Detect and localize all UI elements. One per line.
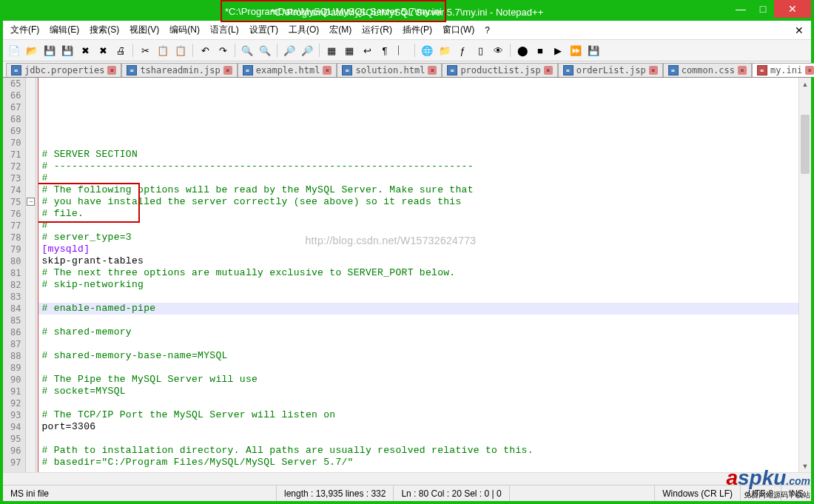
code-line[interactable] xyxy=(38,468,798,472)
code-line[interactable]: # The Pipe the MySQL Server will use xyxy=(38,374,798,386)
code-line[interactable]: # skip-networking xyxy=(38,279,798,291)
titlebar[interactable]: *C:\ProgramData\MySQL\MySQL Server 5.7\m… xyxy=(3,3,811,21)
sync-v-icon[interactable]: ▦ xyxy=(323,42,340,58)
menu-encoding[interactable]: 编码(N) xyxy=(165,22,204,38)
code-area[interactable]: http://blog.csdn.net/W15732624773 # SERV… xyxy=(38,78,798,472)
code-line[interactable] xyxy=(38,397,798,409)
tab-solution-html[interactable]: ≡solution.html× xyxy=(337,63,442,77)
tab-close-icon[interactable]: × xyxy=(738,66,747,75)
tab-my-ini[interactable]: ≡my.ini× xyxy=(752,63,814,77)
menu-run[interactable]: 运行(R) xyxy=(357,22,397,38)
sync-h-icon[interactable]: ▦ xyxy=(341,42,357,58)
doc-map-icon[interactable]: ▯ xyxy=(472,42,488,58)
replay-macro-icon[interactable]: ⏩ xyxy=(568,42,584,58)
folder-icon[interactable]: 📁 xyxy=(437,42,453,58)
tab-tshareadmin-jsp[interactable]: ≡tshareadmin.jsp× xyxy=(121,63,237,77)
tab-close-icon[interactable]: × xyxy=(649,66,658,75)
tab-close-icon[interactable]: × xyxy=(223,66,232,75)
menu-settings[interactable]: 设置(T) xyxy=(245,22,283,38)
tab-productList-jsp[interactable]: ≡productList.jsp× xyxy=(442,63,557,77)
print-icon[interactable]: 🖨 xyxy=(112,42,129,58)
code-line[interactable]: # you have installed the server correctl… xyxy=(38,196,798,208)
scroll-thumb[interactable] xyxy=(801,115,810,174)
menu-language[interactable]: 语言(L) xyxy=(206,22,243,38)
close-button[interactable]: ✕ xyxy=(774,0,811,18)
code-line[interactable]: # xyxy=(38,220,798,232)
find-icon[interactable]: 🔍 xyxy=(239,42,255,58)
new-file-icon[interactable]: 📄 xyxy=(6,42,22,58)
monitor-icon[interactable]: 👁 xyxy=(490,42,506,58)
code-line[interactable]: # The following options will be read by … xyxy=(38,184,798,196)
menu-edit[interactable]: 编辑(E) xyxy=(45,22,84,38)
code-line[interactable]: # shared-memory-base-name=MYSQL xyxy=(38,350,798,362)
minimize-button[interactable]: — xyxy=(730,0,752,18)
save-macro-icon[interactable]: 💾 xyxy=(585,42,602,58)
code-line[interactable]: # enable-named-pipe xyxy=(38,303,798,315)
tab-close-icon[interactable]: × xyxy=(428,66,437,75)
code-line[interactable] xyxy=(38,362,798,374)
copy-icon[interactable]: 📋 xyxy=(155,42,171,58)
indent-guide-icon[interactable]: ⎸ xyxy=(394,42,411,58)
code-line[interactable]: # xyxy=(38,172,798,184)
code-line[interactable] xyxy=(38,433,798,445)
play-macro-icon[interactable]: ▶ xyxy=(550,42,566,58)
tab-close-icon[interactable]: × xyxy=(323,66,332,75)
tab-jdbc-properties[interactable]: ≡jdbc.properties× xyxy=(6,63,121,77)
code-line[interactable]: # socket=MYSQL xyxy=(38,386,798,397)
code-line[interactable]: # The next three options are mutually ex… xyxy=(38,267,798,279)
code-line[interactable] xyxy=(38,137,798,149)
code-line[interactable] xyxy=(38,291,798,303)
fold-column[interactable]: − xyxy=(26,78,36,472)
code-line[interactable]: # The TCP/IP Port the MySQL Server will … xyxy=(38,409,798,421)
tab-example-html[interactable]: ≡example.html× xyxy=(238,63,337,77)
replace-icon[interactable]: 🔍 xyxy=(257,42,273,58)
close-all-icon[interactable]: ✖ xyxy=(95,42,111,58)
vertical-scrollbar[interactable]: ▲ ▼ xyxy=(798,78,811,472)
open-file-icon[interactable]: 📂 xyxy=(24,42,40,58)
code-line[interactable] xyxy=(38,125,798,137)
undo-icon[interactable]: ↶ xyxy=(197,42,213,58)
code-line[interactable] xyxy=(38,338,798,350)
code-line[interactable]: # shared-memory xyxy=(38,326,798,338)
lang-icon[interactable]: 🌐 xyxy=(419,42,435,58)
doc-close-button[interactable]: ✕ xyxy=(790,24,808,36)
save-all-icon[interactable]: 💾 xyxy=(59,42,75,58)
tab-orderList-jsp[interactable]: ≡orderList.jsp× xyxy=(558,63,663,77)
code-line[interactable]: # file. xyxy=(38,208,798,220)
menu-help[interactable]: ? xyxy=(480,24,494,37)
code-line[interactable] xyxy=(38,315,798,326)
func-list-icon[interactable]: ƒ xyxy=(454,42,471,58)
menu-view[interactable]: 视图(V) xyxy=(125,22,164,38)
code-line[interactable]: port=3306 xyxy=(38,421,798,433)
redo-icon[interactable]: ↷ xyxy=(215,42,231,58)
horizontal-scrollbar[interactable] xyxy=(44,473,798,485)
show-all-icon[interactable]: ¶ xyxy=(377,42,393,58)
zoom-in-icon[interactable]: 🔎 xyxy=(281,42,297,58)
tab-close-icon[interactable]: × xyxy=(805,66,814,75)
cut-icon[interactable]: ✂ xyxy=(137,42,153,58)
code-line[interactable]: # --------------------------------------… xyxy=(38,161,798,172)
menu-plugins[interactable]: 插件(P) xyxy=(398,22,437,38)
tab-close-icon[interactable]: × xyxy=(107,66,116,75)
tab-close-icon[interactable]: × xyxy=(544,66,553,75)
zoom-out-icon[interactable]: 🔎 xyxy=(299,42,315,58)
code-line[interactable]: # SERVER SECTION xyxy=(38,149,798,161)
wrap-icon[interactable]: ↩ xyxy=(359,42,375,58)
scroll-up-icon[interactable]: ▲ xyxy=(799,78,811,90)
fold-minus-icon[interactable]: − xyxy=(27,198,35,206)
tab-common-css[interactable]: ≡common.css× xyxy=(663,63,752,77)
record-macro-icon[interactable]: ⬤ xyxy=(514,42,531,58)
code-line[interactable]: skip-grant-tables xyxy=(38,255,798,267)
close-doc-icon[interactable]: ✖ xyxy=(77,42,93,58)
code-line[interactable]: # basedir="C:/Program Files/MySQL/MySQL … xyxy=(38,457,798,468)
menu-tools[interactable]: 工具(O) xyxy=(284,22,323,38)
menu-file[interactable]: 文件(F) xyxy=(6,22,44,38)
save-icon[interactable]: 💾 xyxy=(41,42,58,58)
stop-macro-icon[interactable]: ■ xyxy=(532,42,548,58)
maximize-button[interactable]: □ xyxy=(752,0,774,18)
menu-macro[interactable]: 宏(M) xyxy=(325,22,356,38)
menu-window[interactable]: 窗口(W) xyxy=(438,22,479,38)
code-line[interactable]: # Path to installation directory. All pa… xyxy=(38,445,798,457)
paste-icon[interactable]: 📋 xyxy=(172,42,189,58)
menu-search[interactable]: 搜索(S) xyxy=(85,22,124,38)
